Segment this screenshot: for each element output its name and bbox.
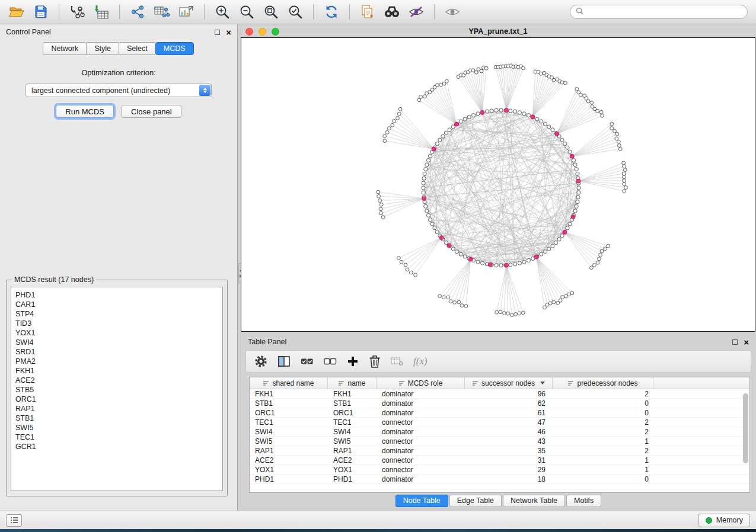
optimization-criterion-label: Optimization criterion: (0, 68, 237, 77)
table-panel: Table Panel × f(x) shared name name MCDS… (241, 335, 756, 508)
close-table-panel-icon[interactable]: × (744, 338, 749, 347)
optimization-select[interactable]: largest connected component (undirected) (25, 84, 212, 97)
show-hide-icon[interactable] (442, 2, 463, 21)
desktop-wallpaper-strip (0, 529, 756, 532)
table-row[interactable]: ACE2ACE2connector311 (250, 456, 749, 465)
list-item[interactable]: ORC1 (15, 395, 218, 404)
save-icon[interactable] (30, 2, 52, 21)
show-columns-icon[interactable] (277, 355, 291, 368)
float-table-panel-icon[interactable] (732, 339, 738, 345)
network-canvas[interactable] (241, 37, 755, 332)
search-input[interactable] (587, 8, 742, 16)
table-row[interactable]: ORC1ORC1dominator610 (250, 408, 749, 418)
refresh-icon[interactable] (321, 2, 342, 21)
list-item[interactable]: STB5 (15, 385, 218, 395)
delete-table-icon[interactable] (391, 355, 403, 367)
close-panel-icon[interactable]: × (226, 28, 231, 37)
tab-style[interactable]: Style (86, 42, 119, 55)
list-item[interactable]: STB1 (15, 414, 218, 423)
select-all-icon[interactable] (301, 355, 314, 368)
list-item[interactable]: GCR1 (15, 442, 218, 451)
search-box[interactable] (570, 5, 748, 19)
new-network-icon[interactable] (127, 2, 148, 21)
run-mcds-button[interactable]: Run MCDS (56, 105, 114, 118)
control-panel-tabs: Network Style Select MCDS (0, 42, 237, 55)
scrollbar-thumb[interactable] (743, 393, 748, 463)
node-table: shared name name MCDS role successor nod… (249, 377, 750, 493)
table-row[interactable]: PHD1PHD1dominator180 (250, 475, 749, 484)
column-header-predecessor-nodes[interactable]: predecessor nodes (553, 377, 653, 389)
control-panel-header: Control Panel × (0, 24, 237, 40)
column-header-name[interactable]: name (328, 377, 377, 389)
mcds-result-legend: MCDS result (17 nodes) (12, 275, 96, 284)
list-item[interactable]: SWI5 (15, 423, 218, 432)
close-panel-button[interactable]: Close panel (122, 105, 181, 118)
main-toolbar (0, 0, 756, 24)
column-header-successor-nodes[interactable]: successor nodes (465, 377, 553, 389)
tab-motifs[interactable]: Motifs (566, 495, 601, 507)
list-item[interactable]: STP4 (15, 309, 218, 319)
table-scrollbar[interactable] (743, 391, 748, 490)
import-table-icon[interactable] (91, 2, 112, 21)
table-row[interactable]: SWI4SWI4dominator462 (250, 427, 749, 437)
delete-column-icon[interactable] (369, 354, 381, 368)
network-window-titlebar: YPA_prune.txt_1 (241, 27, 755, 37)
table-row[interactable]: YOX1YOX1connector291 (250, 465, 749, 475)
list-item[interactable]: RAP1 (15, 404, 218, 414)
list-item[interactable]: PMA2 (15, 357, 218, 366)
network-graph (241, 38, 755, 331)
tab-edge-table[interactable]: Edge Table (449, 495, 502, 507)
list-item[interactable]: CAR1 (15, 300, 218, 309)
zoom-fit-icon[interactable] (260, 2, 282, 21)
tab-network[interactable]: Network (43, 42, 87, 55)
table-row[interactable]: TEC1TEC1connector472 (250, 418, 749, 427)
list-item[interactable]: YOX1 (15, 328, 218, 338)
list-item[interactable]: TEC1 (15, 432, 218, 442)
table-header-row: shared name name MCDS role successor nod… (250, 377, 749, 389)
search-network-icon[interactable] (381, 2, 403, 21)
table-body: FKH1FKH1dominator962 STB1STB1dominator62… (250, 389, 749, 484)
table-row[interactable]: STB1STB1dominator620 (250, 399, 749, 408)
toolbar-separator (434, 4, 435, 20)
table-row[interactable]: FKH1FKH1dominator962 (250, 389, 749, 399)
deselect-all-icon[interactable] (324, 355, 337, 368)
open-file-icon[interactable] (6, 2, 27, 21)
import-network-icon[interactable] (66, 2, 88, 21)
task-history-button[interactable] (6, 514, 22, 527)
network-table-icon[interactable] (151, 2, 173, 21)
tab-select[interactable]: Select (119, 42, 156, 55)
list-item[interactable]: ACE2 (15, 376, 218, 385)
mcds-result-list[interactable]: PHD1 CAR1 STP4 TID3 YOX1 SWI4 SRD1 PMA2 … (11, 287, 223, 491)
control-panel-title: Control Panel (6, 28, 51, 36)
memory-button[interactable]: Memory (698, 514, 750, 527)
table-toolbar: f(x) (245, 350, 751, 373)
toolbar-separator (204, 4, 205, 20)
tab-network-table[interactable]: Network Table (503, 495, 565, 507)
float-panel-icon[interactable] (215, 30, 220, 35)
zoom-selected-icon[interactable] (285, 2, 306, 21)
list-item[interactable]: PHD1 (15, 290, 218, 300)
export-image-icon[interactable] (176, 2, 197, 21)
list-item[interactable]: SWI4 (15, 338, 218, 347)
table-row[interactable]: RAP1RAP1dominator352 (250, 446, 749, 456)
memory-label: Memory (716, 516, 743, 524)
tab-mcds[interactable]: MCDS (155, 42, 194, 55)
network-window-title: YPA_prune.txt_1 (241, 27, 755, 36)
column-header-shared-name[interactable]: shared name (250, 377, 328, 389)
list-item[interactable]: TID3 (15, 319, 218, 328)
tab-node-table[interactable]: Node Table (395, 495, 448, 507)
column-header-mcds-role[interactable]: MCDS role (377, 377, 465, 389)
list-item[interactable]: FKH1 (15, 366, 218, 376)
column-header-filler (653, 377, 749, 389)
clone-network-icon[interactable] (357, 2, 378, 21)
hide-style-icon[interactable] (406, 2, 427, 21)
add-column-icon[interactable] (347, 355, 359, 367)
function-builder-icon[interactable]: f(x) (413, 355, 428, 367)
table-settings-gear-icon[interactable] (254, 355, 267, 368)
table-row[interactable]: SWI5SWI5connector431 (250, 437, 749, 446)
list-item[interactable]: SRD1 (15, 347, 218, 357)
zoom-in-icon[interactable] (212, 2, 233, 21)
toolbar-separator (59, 4, 59, 20)
table-tabs: Node Table Edge Table Network Table Moti… (241, 495, 756, 507)
zoom-out-icon[interactable] (236, 2, 257, 21)
